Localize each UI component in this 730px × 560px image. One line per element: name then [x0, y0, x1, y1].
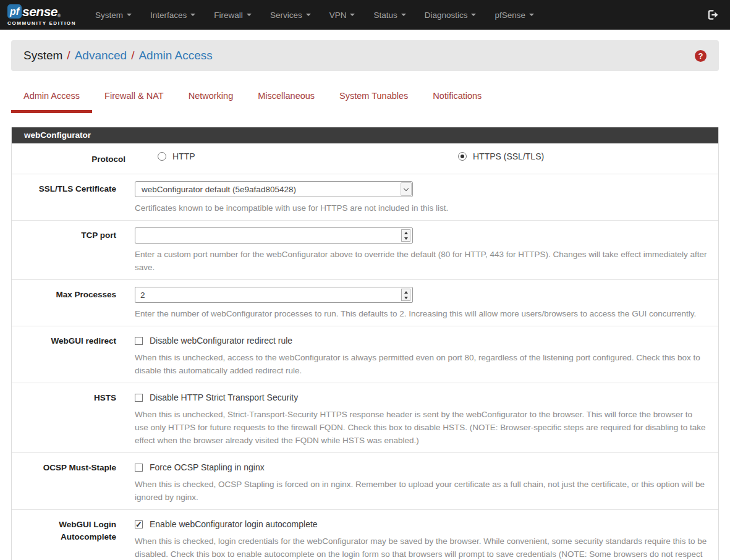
tab-networking[interactable]: Networking — [176, 89, 246, 113]
pfsense-logo-sense: sense — [22, 4, 57, 19]
protocol-http-radio[interactable]: HTTP — [158, 151, 195, 161]
breadcrumb-separator: / — [67, 49, 70, 62]
menu-firewall[interactable]: Firewall — [205, 0, 261, 30]
max-processes-input[interactable] — [135, 287, 412, 302]
webgui-redirect-checkbox[interactable]: Disable webConfigurator redirect rule — [135, 333, 709, 347]
menu-vpn[interactable]: VPN — [320, 0, 365, 30]
select-value: webConfigurator default (5e9afad805428) — [142, 185, 296, 194]
checkbox-label: Enable webConfigurator login autocomplet… — [150, 518, 318, 530]
help-text: When this is unchecked, access to the we… — [135, 351, 709, 377]
tab-bar: Admin Access Firewall & NAT Networking M… — [11, 89, 719, 113]
menu-pfsense[interactable]: pfSense — [485, 0, 543, 30]
chevron-down-icon — [471, 14, 476, 16]
breadcrumb-section: System — [23, 49, 62, 62]
number-spinner[interactable] — [401, 229, 410, 242]
webconfigurator-panel: webConfigurator Protocol HTTP HTTPS (SSL… — [11, 127, 719, 560]
ssl-certificate-select[interactable]: webConfigurator default (5e9afad805428) — [135, 181, 413, 197]
checkbox-label: Disable HTTP Strict Transport Security — [150, 391, 298, 404]
tcp-port-input[interactable] — [135, 228, 412, 243]
help-text: When this is checked, OCSP Stapling is f… — [135, 478, 709, 504]
field-label: WebGUI redirect — [12, 333, 116, 377]
help-text: When this is unchecked, Strict-Transport… — [135, 408, 709, 447]
logo-edition-label: COMMUNITY EDITION — [7, 20, 76, 26]
menu-interfaces[interactable]: Interfaces — [141, 0, 205, 30]
field-label: HSTS — [12, 390, 116, 447]
chevron-down-icon — [127, 14, 132, 16]
protocol-https-radio[interactable]: HTTPS (SSL/TLS) — [458, 151, 544, 161]
row-webgui-login-autocomplete: WebGUI Login Autocomplete Enable webConf… — [12, 510, 718, 560]
checkbox-label: Force OCSP Stapling in nginx — [150, 461, 265, 473]
field-label: WebGUI Login Autocomplete — [12, 517, 116, 560]
menu-system[interactable]: System — [86, 0, 141, 30]
pfsense-logo-pf: pf — [7, 4, 22, 19]
row-webgui-redirect: WebGUI redirect Disable webConfigurator … — [12, 326, 718, 383]
select-dropdown-button[interactable] — [401, 182, 412, 196]
menu-diagnostics[interactable]: Diagnostics — [415, 0, 486, 30]
help-icon[interactable]: ? — [695, 50, 707, 62]
pfsense-logo[interactable]: pf sense ® COMMUNITY EDITION — [7, 4, 76, 26]
hsts-checkbox[interactable]: Disable HTTP Strict Transport Security — [135, 390, 709, 404]
radio-label: HTTP — [172, 151, 195, 161]
checkbox-icon[interactable] — [135, 337, 143, 345]
field-label: Protocol — [21, 151, 125, 166]
breadcrumb-separator: / — [131, 49, 134, 62]
spinner-up-button[interactable] — [402, 230, 410, 235]
field-label: SSL/TLS Certificate — [12, 181, 116, 214]
help-text: Certificates known to be incompatible wi… — [135, 202, 709, 214]
help-text: Enter a custom port number for the webCo… — [135, 248, 709, 274]
row-tcp-port: TCP port Enter a custom port number for … — [12, 221, 718, 280]
tab-notifications[interactable]: Notifications — [420, 89, 494, 113]
chevron-down-icon — [529, 14, 534, 16]
tcp-port-field-wrap — [135, 227, 413, 244]
breadcrumb-link-admin-access[interactable]: Admin Access — [138, 49, 212, 62]
arrow-down-icon — [404, 237, 408, 240]
spinner-down-button[interactable] — [402, 235, 410, 241]
breadcrumb: System / Advanced / Admin Access ? — [11, 40, 719, 71]
ocsp-stapling-checkbox[interactable]: Force OCSP Stapling in nginx — [135, 460, 709, 473]
radio-label: HTTPS (SSL/TLS) — [473, 151, 544, 161]
spinner-up-button[interactable] — [402, 289, 410, 295]
spinner-down-button[interactable] — [402, 295, 410, 300]
chevron-down-icon — [247, 14, 252, 16]
login-autocomplete-checkbox[interactable]: Enable webConfigurator login autocomplet… — [135, 517, 709, 530]
menu-status[interactable]: Status — [364, 0, 415, 30]
menu-services[interactable]: Services — [261, 0, 320, 30]
help-text: When this is checked, login credentials … — [135, 535, 709, 560]
tab-miscellaneous[interactable]: Miscellaneous — [245, 89, 327, 113]
help-text: Enter the number of webConfigurator proc… — [135, 307, 709, 320]
chevron-down-icon — [350, 14, 355, 16]
arrow-up-icon — [404, 291, 408, 294]
chevron-down-icon — [404, 185, 409, 190]
checkbox-label: Disable webConfigurator redirect rule — [150, 334, 292, 347]
number-spinner[interactable] — [401, 289, 410, 301]
chevron-down-icon — [190, 14, 195, 16]
chevron-down-icon — [401, 14, 406, 16]
arrow-up-icon — [404, 232, 408, 234]
row-ocsp-must-staple: OCSP Must-Staple Force OCSP Stapling in … — [12, 453, 718, 510]
field-label: TCP port — [12, 227, 116, 274]
max-processes-field-wrap — [135, 287, 413, 303]
registered-mark: ® — [57, 14, 61, 18]
field-label: Max Processes — [12, 287, 116, 320]
main-menu: System Interfaces Firewall Services VPN … — [86, 0, 543, 30]
tab-firewall-nat[interactable]: Firewall & NAT — [92, 89, 176, 113]
row-ssl-certificate: SSL/TLS Certificate webConfigurator defa… — [12, 174, 718, 221]
field-label: OCSP Must-Staple — [12, 460, 116, 504]
checkbox-icon[interactable] — [135, 464, 143, 472]
arrow-down-icon — [404, 297, 408, 299]
row-protocol: Protocol HTTP HTTPS (SSL/TLS) — [12, 143, 718, 174]
chevron-down-icon — [306, 14, 311, 16]
tab-system-tunables[interactable]: System Tunables — [327, 89, 420, 113]
checkbox-icon[interactable] — [135, 520, 143, 528]
breadcrumb-link-advanced[interactable]: Advanced — [75, 49, 127, 62]
radio-icon[interactable] — [158, 152, 166, 161]
panel-title: webConfigurator — [12, 127, 718, 143]
radio-icon[interactable] — [458, 152, 467, 161]
row-hsts: HSTS Disable HTTP Strict Transport Secur… — [12, 383, 718, 453]
sign-out-icon[interactable] — [707, 9, 719, 20]
checkbox-icon[interactable] — [135, 394, 143, 402]
top-navbar: pf sense ® COMMUNITY EDITION System Inte… — [0, 0, 730, 30]
tab-admin-access[interactable]: Admin Access — [11, 89, 92, 113]
row-max-processes: Max Processes Enter the number of webCon… — [12, 280, 718, 326]
